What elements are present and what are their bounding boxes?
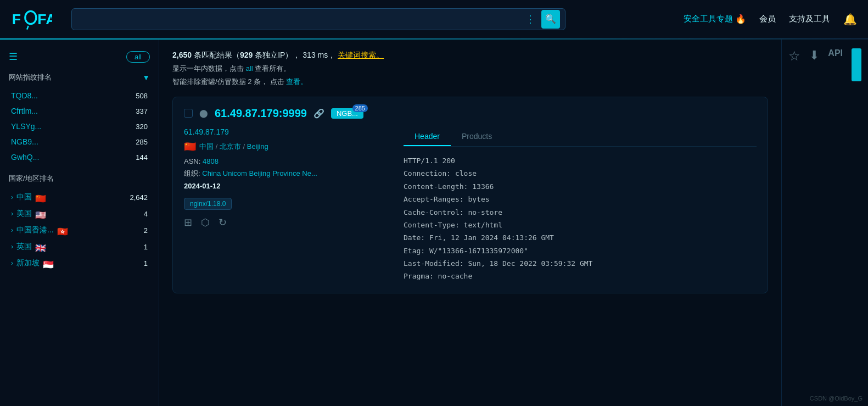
header-line: Date: Fri, 12 Jan 2024 04:13:26 GMT bbox=[404, 231, 757, 244]
asn-row: ASN: 4808 bbox=[184, 157, 382, 165]
list-item[interactable]: Cfrtlm... 337 bbox=[9, 103, 150, 119]
screenshot-icon[interactable]: ⊞ bbox=[184, 216, 192, 229]
main-layout: ☰ all 网站指纹排名 ▼ TQD8... 508 Cfrtlm... 337… bbox=[0, 40, 868, 406]
ip-link-small[interactable]: 61.49.87.179 bbox=[184, 127, 382, 136]
fingerprint-filter-icon[interactable]: ▼ bbox=[142, 73, 150, 82]
date-value: 2024-01-12 bbox=[184, 182, 221, 190]
list-item[interactable]: GwhQ... 144 bbox=[9, 149, 150, 165]
org-link[interactable]: China Unicom Beijing Province Ne... bbox=[202, 169, 317, 177]
header: F FA app="HJSOFT-HCM" ⋮ 🔍 安全工具专题 🔥 会员 支持… bbox=[0, 0, 868, 38]
chevron-icon: › bbox=[11, 193, 13, 201]
chevron-icon: › bbox=[11, 226, 13, 234]
right-toolbar: ☆ ⬇ API bbox=[781, 40, 868, 406]
header-line: Accept-Ranges: bytes bbox=[404, 193, 757, 205]
filter-row: ☰ all bbox=[9, 51, 150, 63]
city-en-link[interactable]: Beijing bbox=[247, 142, 268, 151]
tab-header[interactable]: Header bbox=[404, 127, 451, 146]
org-row: 组织: China Unicom Beijing Province Ne... bbox=[184, 169, 382, 179]
fingerprint-list: TQD8... 508 Cfrtlm... 337 YLSYg... 320 N… bbox=[9, 88, 150, 165]
country-link[interactable]: 中国 bbox=[199, 142, 214, 151]
header-line: Content-Length: 13366 bbox=[404, 180, 757, 193]
download-icon[interactable]: ⬇ bbox=[809, 48, 819, 63]
svg-text:FA: FA bbox=[37, 11, 52, 27]
list-item[interactable]: TQD8... 508 bbox=[9, 88, 150, 103]
list-item[interactable]: NGB9... 285 bbox=[9, 134, 150, 149]
country-item[interactable]: › 美国 🇺🇸 4 bbox=[9, 205, 150, 222]
results-note-2: 智能排除蜜罐/仿冒数据 2 条， 点击 查看。 bbox=[172, 75, 768, 88]
action-icons: ⊞ ⬡ ↻ bbox=[184, 216, 382, 229]
list-item[interactable]: YLSYg... 320 bbox=[9, 119, 150, 134]
results-note-1: 显示一年内数据，点击 all 查看所有。 bbox=[172, 62, 768, 75]
all-badge[interactable]: all bbox=[126, 51, 150, 63]
country-section-title: 国家/地区排名 bbox=[9, 174, 150, 183]
tab-products[interactable]: Products bbox=[451, 127, 503, 146]
more-options-button[interactable]: ⋮ bbox=[525, 13, 536, 25]
match-count: 2,650 条匹配结果（929 条独立IP）， 313 ms， bbox=[172, 51, 338, 59]
nav-support-tools[interactable]: 支持及工具 bbox=[789, 14, 830, 24]
flag-us: 🇺🇸 bbox=[35, 210, 47, 218]
result-info: 61.49.87.179 🇨🇳 中国 / 北京市 / Beijing ASN: bbox=[184, 127, 382, 283]
result-body: 61.49.87.179 🇨🇳 中国 / 北京市 / Beijing ASN: bbox=[184, 127, 757, 283]
server-badge[interactable]: nginx/1.18.0 bbox=[184, 198, 232, 210]
honeypot-link[interactable]: 查看。 bbox=[286, 77, 307, 86]
header-line: Connection: close bbox=[404, 167, 757, 180]
flag-gb: 🇬🇧 bbox=[35, 243, 47, 251]
chevron-icon: › bbox=[11, 210, 13, 218]
search-button[interactable]: 🔍 bbox=[541, 10, 560, 29]
notification-bell-icon[interactable]: 🔔 bbox=[843, 13, 857, 26]
keyword-search-link[interactable]: 关键词搜索。 bbox=[338, 51, 384, 59]
country-item[interactable]: › 中国香港... 🇭🇰 2 bbox=[9, 222, 150, 238]
sidebar-toggle-button[interactable] bbox=[852, 48, 861, 81]
sidebar: ☰ all 网站指纹排名 ▼ TQD8... 508 Cfrtlm... 337… bbox=[0, 40, 159, 406]
svg-point-1 bbox=[25, 11, 36, 24]
watermark: CSDN @OidBoy_G bbox=[810, 395, 863, 402]
svg-text:F: F bbox=[12, 11, 21, 27]
country-item[interactable]: › 新加坡 🇸🇬 1 bbox=[9, 255, 150, 271]
date-row: 2024-01-12 bbox=[184, 182, 382, 190]
fingerprint-section-title: 网站指纹排名 ▼ bbox=[9, 73, 150, 82]
header-line: Cache-Control: no-store bbox=[404, 206, 757, 219]
result-checkbox[interactable] bbox=[184, 109, 193, 118]
chevron-icon: › bbox=[11, 243, 13, 251]
external-link-icon[interactable]: 🔗 bbox=[313, 108, 324, 119]
tag-count: 285 bbox=[352, 104, 368, 112]
svg-line-2 bbox=[27, 26, 29, 30]
nav-links: 安全工具专题 🔥 会员 支持及工具 🔔 bbox=[684, 13, 857, 26]
header-line: HTTP/1.1 200 bbox=[404, 154, 757, 167]
header-line: Pragma: no-cache bbox=[404, 270, 757, 282]
connection-icon: ⬤ bbox=[199, 109, 208, 118]
country-item[interactable]: › 中国 🇨🇳 2,642 bbox=[9, 189, 150, 205]
refresh-icon[interactable]: ↻ bbox=[219, 216, 227, 229]
flag-hk: 🇭🇰 bbox=[57, 226, 69, 235]
result-card-header: ⬤ 61.49.87.179:9999 🔗 NGB... 285 bbox=[184, 107, 757, 120]
chevron-icon: › bbox=[11, 259, 13, 267]
api-button[interactable]: API bbox=[828, 48, 843, 58]
search-bar-wrapper: app="HJSOFT-HCM" ⋮ 🔍 bbox=[71, 8, 565, 30]
results-summary: 2,650 条匹配结果（929 条独立IP）， 313 ms， 关键词搜索。 显… bbox=[172, 48, 768, 88]
tab-panel: Header Products HTTP/1.1 200 Connection:… bbox=[404, 127, 757, 283]
ip-port-link[interactable]: 61.49.87.179:9999 bbox=[215, 107, 307, 120]
country-list: › 中国 🇨🇳 2,642 › 美国 🇺🇸 4 › 中国香港... 🇭 bbox=[9, 189, 150, 271]
all-data-link[interactable]: all bbox=[246, 64, 253, 73]
search-input[interactable]: app="HJSOFT-HCM" bbox=[71, 8, 565, 30]
nav-membership[interactable]: 会员 bbox=[759, 14, 776, 24]
cube-icon[interactable]: ⬡ bbox=[201, 216, 210, 229]
country-item[interactable]: › 英国 🇬🇧 1 bbox=[9, 238, 150, 255]
star-icon[interactable]: ☆ bbox=[788, 48, 800, 64]
flag-china: 🇨🇳 bbox=[35, 193, 47, 202]
header-content: HTTP/1.1 200 Connection: close Content-L… bbox=[404, 154, 757, 283]
location-row: 🇨🇳 中国 / 北京市 / Beijing bbox=[184, 141, 382, 153]
filter-icon[interactable]: ☰ bbox=[9, 51, 18, 63]
header-line: Content-Type: text/html bbox=[404, 219, 757, 231]
city-link[interactable]: 北京市 bbox=[220, 142, 241, 151]
logo: F FA bbox=[11, 7, 60, 31]
asn-link[interactable]: 4808 bbox=[203, 157, 219, 165]
search-icon: 🔍 bbox=[545, 14, 556, 24]
nav-security-tools[interactable]: 安全工具专题 🔥 bbox=[684, 14, 746, 24]
header-line: Etag: W/"13366-1671335972000" bbox=[404, 244, 757, 257]
location-flag: 🇨🇳 bbox=[184, 141, 196, 153]
result-card: ⬤ 61.49.87.179:9999 🔗 NGB... 285 61.49.8… bbox=[172, 97, 768, 293]
content-area: 2,650 条匹配结果（929 条独立IP）， 313 ms， 关键词搜索。 显… bbox=[159, 40, 781, 406]
header-line: Last-Modified: Sun, 18 Dec 2022 03:59:32… bbox=[404, 257, 757, 270]
flag-sg: 🇸🇬 bbox=[43, 259, 55, 268]
